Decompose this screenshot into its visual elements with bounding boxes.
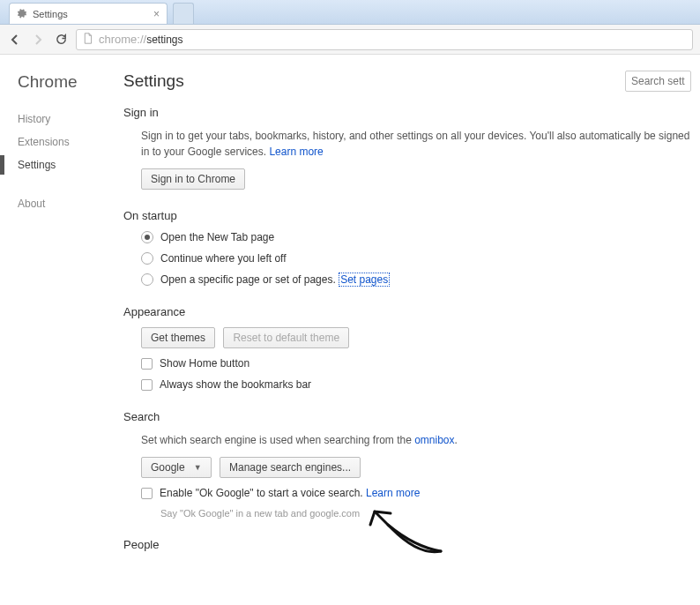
startup-radio-specific[interactable]: [141, 273, 153, 286]
search-engine-dropdown[interactable]: Google▼: [141, 457, 212, 478]
gear-icon: [17, 8, 27, 20]
ok-google-label: Enable "Ok Google" to start a voice sear…: [160, 487, 420, 499]
page-title: Settings: [123, 71, 184, 91]
always-bookmarks-label: Always show the bookmarks bar: [160, 378, 311, 391]
startup-label-specific: Open a specific page or set of pages. Se…: [160, 273, 390, 286]
new-tab-button[interactable]: [173, 3, 194, 24]
back-button[interactable]: [7, 32, 23, 48]
section-signin-title: Sign in: [123, 106, 691, 119]
section-people-title: People: [123, 538, 691, 551]
page-icon: [82, 33, 93, 47]
startup-radio-continue[interactable]: [141, 252, 153, 265]
sidebar: Chrome History Extensions Settings About: [0, 55, 123, 605]
sidebar-item-history[interactable]: History: [18, 108, 123, 131]
sidebar-title: Chrome: [18, 72, 123, 92]
omnibox[interactable]: chrome://settings: [76, 29, 693, 50]
sidebar-item-extensions[interactable]: Extensions: [18, 131, 123, 153]
signin-description: Sign in to get your tabs, bookmarks, his…: [141, 128, 691, 160]
ok-google-hint: Say "Ok Google" in a new tab and google.…: [160, 508, 691, 519]
main-content: Settings Sign in Sign in to get your tab…: [123, 55, 700, 605]
signin-button[interactable]: Sign in to Chrome: [141, 168, 245, 190]
get-themes-button[interactable]: Get themes: [141, 327, 215, 348]
show-home-checkbox[interactable]: [141, 358, 153, 370]
sidebar-item-settings[interactable]: Settings: [18, 153, 123, 176]
always-bookmarks-checkbox[interactable]: [141, 379, 153, 391]
search-settings-input[interactable]: [625, 71, 691, 92]
set-pages-link[interactable]: Set pages: [339, 273, 390, 287]
sidebar-item-about[interactable]: About: [18, 192, 123, 215]
tab-title: Settings: [33, 9, 68, 19]
section-startup-title: On startup: [123, 209, 691, 222]
toolbar: chrome://settings: [0, 25, 700, 55]
startup-label-newtab: Open the New Tab page: [160, 231, 274, 243]
search-description: Set which search engine is used when sea…: [141, 432, 691, 448]
close-icon[interactable]: ×: [153, 8, 160, 20]
url-text: chrome://settings: [99, 33, 183, 46]
manage-search-engines-button[interactable]: Manage search engines...: [220, 457, 361, 478]
forward-button[interactable]: [30, 32, 46, 48]
startup-label-continue: Continue where you left off: [160, 252, 287, 265]
section-appearance-title: Appearance: [123, 305, 691, 318]
ok-google-learn-more-link[interactable]: Learn more: [366, 487, 420, 499]
reload-button[interactable]: [53, 32, 69, 48]
show-home-label: Show Home button: [160, 357, 249, 370]
signin-learn-more-link[interactable]: Learn more: [269, 146, 323, 158]
browser-tab[interactable]: Settings ×: [9, 3, 168, 24]
startup-radio-newtab[interactable]: [141, 231, 153, 243]
omnibox-link[interactable]: omnibox: [414, 434, 454, 446]
reset-theme-button[interactable]: Reset to default theme: [223, 327, 349, 348]
section-search-title: Search: [123, 410, 691, 423]
caret-down-icon: ▼: [194, 463, 202, 472]
ok-google-checkbox[interactable]: [141, 488, 153, 499]
tab-bar: Settings ×: [0, 0, 700, 25]
